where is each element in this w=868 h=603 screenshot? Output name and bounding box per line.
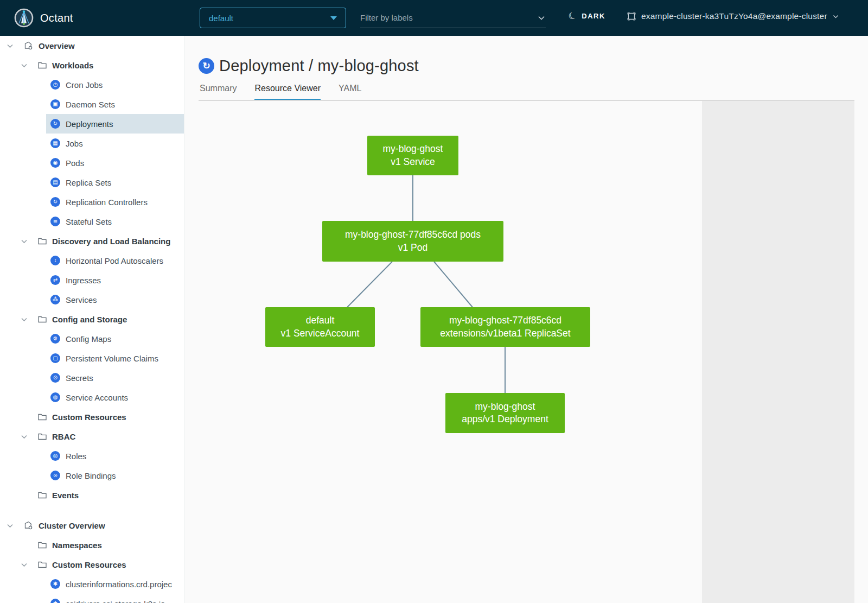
resource-icon: ⁂ — [50, 295, 60, 304]
dark-theme-label: DARK — [582, 12, 605, 20]
sidebar-item-label: Role Bindings — [66, 471, 116, 480]
folder-icon — [37, 431, 47, 441]
chevron-down-icon[interactable] — [20, 61, 29, 70]
sidebar-item-config-and-storage[interactable]: Config and Storage — [0, 309, 184, 329]
sidebar-item-label: Horizontal Pod Autoscalers — [66, 256, 163, 265]
chevron-down-icon[interactable] — [20, 560, 29, 569]
sidebar-item-label: Pods — [66, 158, 84, 168]
sidebar-item-deployments[interactable]: ↻ Deployments — [0, 114, 184, 134]
graph-detail-panel — [702, 101, 854, 603]
sidebar-item-cluster-custom-resources[interactable]: Custom Resources — [0, 555, 184, 574]
sidebar-item-persistent-volume-claims[interactable]: ▢ Persistent Volume Claims — [0, 348, 184, 368]
sidebar-item-workloads[interactable]: Workloads — [0, 55, 184, 75]
label-filter — [360, 8, 546, 28]
tab-label: Resource Viewer — [254, 84, 321, 93]
dark-theme-toggle[interactable]: ☾ DARK — [569, 11, 605, 21]
resource-icon: ↕ — [50, 256, 60, 265]
graph-node-label: apps/v1 Deployment — [462, 413, 548, 426]
sidebar-item-jobs[interactable]: ▦ Jobs — [0, 134, 184, 153]
sidebar-item-daemon-sets[interactable]: ▣ Daemon Sets — [0, 94, 184, 114]
sidebar-item-label: Services — [66, 295, 97, 304]
chevron-down-icon[interactable] — [20, 237, 29, 246]
sidebar-item-replication-controllers[interactable]: ↻ Replication Controllers — [0, 192, 184, 212]
cluster-select-value: example-cluster-ka3TuTzYo4a@example-clus… — [641, 11, 827, 21]
sidebar-item-services[interactable]: ⁂ Services — [0, 290, 184, 309]
chevron-down-icon[interactable] — [20, 432, 29, 441]
graph-node-pod[interactable]: my-blog-ghost-77df85c6cd podsv1 Pod — [322, 221, 503, 262]
resource-icon: ⇄ — [50, 275, 60, 285]
namespace-select[interactable]: default — [200, 8, 346, 28]
graph-node-label: default — [306, 314, 335, 327]
chevron-down-icon[interactable] — [20, 315, 29, 324]
resource-icon: ⚙ — [50, 334, 60, 344]
sidebar-item-config-maps[interactable]: ⚙ Config Maps — [0, 329, 184, 348]
sidebar-item-role-bindings[interactable]: ∞ Role Bindings — [0, 466, 184, 485]
resource-icon: ⊙ — [50, 373, 60, 383]
label-filter-input[interactable] — [360, 13, 537, 22]
sidebar-item-label: Custom Resources — [52, 560, 126, 569]
sidebar-item-events[interactable]: Events — [0, 485, 184, 505]
sidebar-item-label: Service Accounts — [66, 393, 128, 402]
applications-icon — [23, 521, 33, 530]
folder-icon — [37, 412, 47, 422]
resource-icon: ◷ — [50, 80, 60, 90]
graph-node-label: v1 Pod — [398, 242, 427, 254]
sidebar-item-replica-sets[interactable]: ▤ Replica Sets — [0, 173, 184, 192]
resource-icon: ≣ — [50, 217, 60, 226]
cluster-select[interactable]: example-cluster-ka3TuTzYo4a@example-clus… — [627, 11, 839, 21]
graph-node-service-account[interactable]: defaultv1 ServiceAccount — [265, 307, 375, 347]
sidebar-item-roles[interactable]: ◎ Roles — [0, 446, 184, 466]
sidebar-item-cron-jobs[interactable]: ◷ Cron Jobs — [0, 75, 184, 94]
sidebar-item-rbac[interactable]: RBAC — [0, 427, 184, 446]
sidebar-item-label: Namespaces — [52, 541, 102, 550]
app-header: Octant default ☾ DARK example-cluster-ka… — [0, 0, 868, 36]
page-head: ↻ Deployment / my-blog-ghost — [199, 57, 419, 75]
sidebar-item-label: Workloads — [52, 61, 93, 70]
chevron-down-icon[interactable] — [5, 41, 15, 50]
sidebar-item-custom-resources[interactable]: Custom Resources — [0, 407, 184, 427]
sidebar-item-pods[interactable]: ◉ Pods — [0, 153, 184, 173]
folder-icon — [37, 60, 47, 70]
sidebar-item-ingresses[interactable]: ⇄ Ingresses — [0, 270, 184, 290]
resource-icon: ∞ — [50, 471, 60, 480]
sidebar-item-label: Daemon Sets — [66, 100, 115, 109]
sidebar-item-namespaces[interactable]: Namespaces — [0, 535, 184, 555]
resource-icon: ▣ — [50, 99, 60, 109]
resource-icon: ✱ — [50, 579, 60, 589]
sidebar-item-stateful-sets[interactable]: ≣ Stateful Sets — [0, 212, 184, 231]
resource-icon: ▤ — [50, 177, 60, 187]
graph-node-label: v1 Service — [391, 156, 435, 168]
page-title: Deployment / my-blog-ghost — [219, 57, 419, 75]
tab-resource-viewer[interactable]: Resource Viewer — [254, 84, 321, 100]
sidebar-item-label: Events — [52, 491, 79, 500]
moon-icon: ☾ — [567, 10, 578, 22]
sidebar-item-discovery-and-load-balancing[interactable]: Discovery and Load Balancing — [0, 231, 184, 251]
chevron-down-icon[interactable] — [537, 14, 546, 22]
sidebar-item-clusterinformations[interactable]: ✱ clusterinformations.crd.projec — [0, 574, 184, 594]
sidebar-item-service-accounts[interactable]: ◍ Service Accounts — [0, 388, 184, 407]
graph-node-deployment[interactable]: my-blog-ghostapps/v1 Deployment — [445, 393, 565, 433]
folder-icon — [37, 236, 47, 246]
sidebar-item-secrets[interactable]: ⊙ Secrets — [0, 368, 184, 388]
tab-summary[interactable]: Summary — [200, 84, 237, 100]
graph-node-label: my-blog-ghost — [383, 143, 443, 155]
tab-bar: SummaryResource ViewerYAML — [200, 84, 361, 100]
sidebar-item-cluster-overview[interactable]: Cluster Overview — [0, 516, 184, 535]
sidebar-item-label: Stateful Sets — [66, 217, 112, 226]
graph-node-label: my-blog-ghost — [475, 401, 535, 413]
tab-label: YAML — [339, 84, 361, 93]
tab-yaml[interactable]: YAML — [339, 84, 361, 100]
graph-node-replica-set[interactable]: my-blog-ghost-77df85c6cdextensions/v1bet… — [420, 307, 590, 347]
chevron-down-icon[interactable] — [5, 521, 15, 530]
sidebar-item-label: Secrets — [66, 373, 93, 383]
caret-down-icon — [330, 16, 337, 20]
sidebar-item-csidrivers[interactable]: ✱ csidrivers.csi.storage.k8s.io — [0, 594, 184, 603]
graph-node-label: my-blog-ghost-77df85c6cd pods — [345, 228, 481, 241]
sidebar-item-horizontal-pod-autoscalers[interactable]: ↕ Horizontal Pod Autoscalers — [0, 251, 184, 270]
app-title: Octant — [40, 12, 73, 24]
folder-icon — [37, 314, 47, 324]
graph-node-service[interactable]: my-blog-ghostv1 Service — [367, 136, 458, 175]
resource-icon: ◉ — [50, 158, 60, 168]
sidebar-item-overview[interactable]: Overview — [0, 36, 184, 55]
sidebar-item-label: Roles — [66, 452, 86, 461]
